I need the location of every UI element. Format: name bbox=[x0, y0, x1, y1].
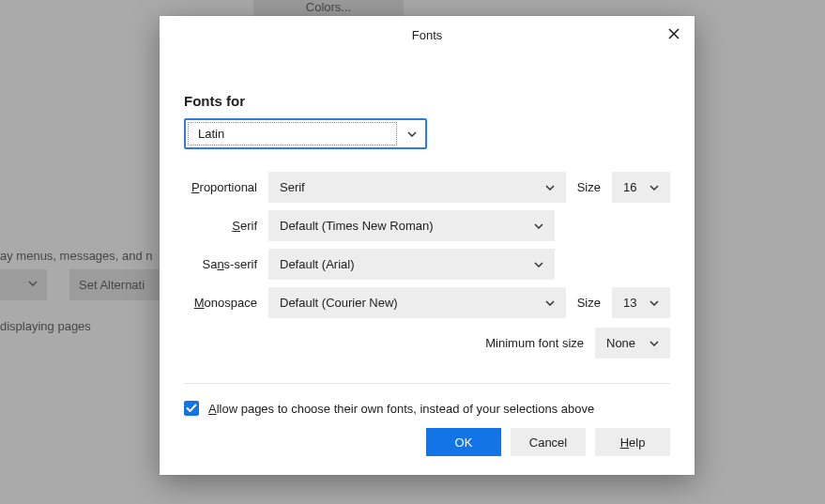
sans-serif-select[interactable]: Default (Arial) bbox=[268, 249, 555, 280]
proportional-size-value: 16 bbox=[623, 180, 636, 194]
monospace-size-label: Size bbox=[577, 296, 601, 310]
bg-text-1: ay menus, messages, and n bbox=[0, 249, 153, 263]
allow-pages-checkbox[interactable] bbox=[184, 401, 199, 416]
chevron-down-icon bbox=[649, 341, 659, 346]
bg-combo bbox=[0, 269, 47, 300]
fonts-for-label: Fonts for bbox=[184, 93, 670, 109]
fonts-dialog: Fonts Fonts for Latin Proportional Serif… bbox=[160, 16, 695, 475]
serif-select[interactable]: Default (Times New Roman) bbox=[268, 210, 555, 241]
proportional-size-select[interactable]: 16 bbox=[612, 172, 670, 203]
min-font-size-select[interactable]: None bbox=[595, 328, 670, 359]
chevron-down-icon bbox=[649, 300, 659, 306]
close-button[interactable] bbox=[661, 22, 687, 48]
serif-value: Default (Times New Roman) bbox=[280, 219, 434, 233]
chevron-down-icon bbox=[534, 223, 543, 229]
monospace-label: Monospace bbox=[184, 296, 257, 310]
monospace-size-value: 13 bbox=[623, 296, 636, 310]
fonts-for-value: Latin bbox=[188, 122, 397, 145]
dialog-titlebar: Fonts bbox=[160, 16, 695, 53]
cancel-button[interactable]: Cancel bbox=[511, 428, 586, 456]
proportional-value: Serif bbox=[280, 180, 305, 194]
sans-serif-label: Sans-serif bbox=[184, 257, 257, 271]
proportional-size-label: Size bbox=[577, 180, 601, 194]
close-icon bbox=[668, 28, 680, 42]
ok-button[interactable]: OK bbox=[426, 428, 501, 456]
bg-text-2: displaying pages bbox=[0, 319, 91, 333]
chevron-down-icon bbox=[545, 185, 555, 191]
fonts-for-select[interactable]: Latin bbox=[184, 118, 427, 149]
check-icon bbox=[186, 404, 197, 413]
chevron-down-icon bbox=[545, 300, 555, 306]
separator bbox=[184, 383, 670, 384]
serif-label: Serif bbox=[184, 219, 257, 233]
sans-serif-value: Default (Arial) bbox=[280, 257, 354, 271]
min-font-size-label: Minimum font size bbox=[485, 336, 584, 350]
set-alternatives-button-bg: Set Alternati bbox=[69, 269, 173, 300]
chevron-down-icon bbox=[399, 120, 425, 147]
chevron-down-icon bbox=[649, 185, 659, 191]
monospace-select[interactable]: Default (Courier New) bbox=[268, 287, 566, 318]
help-button[interactable]: Help bbox=[595, 428, 670, 456]
proportional-select[interactable]: Serif bbox=[268, 172, 566, 203]
monospace-size-select[interactable]: 13 bbox=[612, 287, 670, 318]
min-font-size-value: None bbox=[606, 336, 635, 350]
dialog-title: Fonts bbox=[412, 28, 443, 42]
chevron-down-icon bbox=[534, 262, 543, 267]
proportional-label: Proportional bbox=[184, 180, 257, 194]
monospace-value: Default (Courier New) bbox=[280, 296, 398, 310]
allow-pages-label: Allow pages to choose their own fonts, i… bbox=[208, 402, 594, 416]
